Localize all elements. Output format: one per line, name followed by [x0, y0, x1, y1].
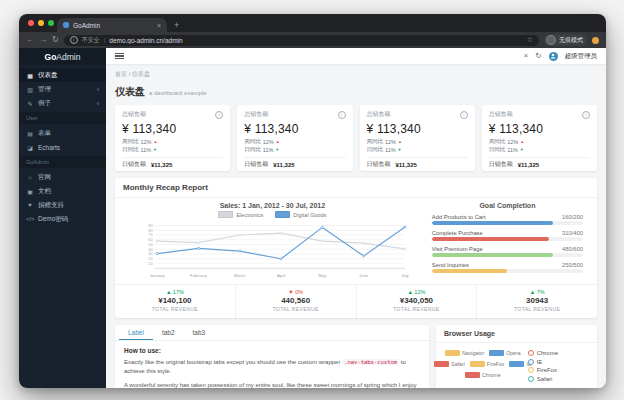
sidebar-item-label: 表单	[38, 129, 51, 138]
user-name[interactable]: 超级管理员	[565, 52, 598, 61]
sidebar-item-label: 捐赠支持	[38, 201, 64, 210]
sidebar-item-dashboard[interactable]: ▦ 仪表盘	[19, 68, 106, 82]
goal-value: 160/200	[562, 214, 583, 220]
stat-card-value: ¥ 113,340	[367, 122, 468, 136]
pie-chip	[445, 350, 460, 356]
security-label[interactable]: 不安全	[82, 36, 100, 45]
browser-menu-update-icon[interactable]	[592, 37, 599, 44]
browser-toolbar: ← → ↻ i 不安全 | demo.go-admin.cn/admin ☆ 无…	[19, 32, 606, 48]
stat-cards-row: 总销售额i ¥ 113,340 周同比12%▲ 日同比11%▼ 日销售额¥11,…	[115, 105, 597, 171]
reload-icon[interactable]: ↻	[52, 36, 59, 44]
sidebar-section-user: User	[19, 112, 106, 124]
breadcrumb[interactable]: 首页 / 仪表盘	[115, 70, 597, 79]
refresh-icon[interactable]: ↻	[535, 52, 541, 60]
progress-fill	[432, 253, 553, 257]
browser-usage-pie-labels: Navigator Opera Safari FireFox IE Chrome	[441, 350, 525, 384]
info-icon[interactable]: i	[582, 111, 590, 119]
sidebar-item-admin[interactable]: ▥ 管理 ‹	[19, 82, 106, 96]
main-area: × ↻ 超级管理员 首页 / 仪表盘 仪表盘a dashboard exampl…	[106, 48, 606, 388]
breadcrumb-home[interactable]: 首页	[115, 71, 127, 77]
code-icon: </>	[26, 216, 34, 222]
address-bar[interactable]: i 不安全 | demo.go-admin.cn/admin ☆	[64, 35, 539, 46]
stat-card-title: 总销售额	[489, 110, 513, 119]
close-window-button[interactable]	[28, 20, 34, 26]
revenue-pct: ▲ 17%	[115, 289, 235, 295]
stat-card: 总销售额i ¥ 113,340 周同比12%▲ 日同比11%▼ 日销售额¥11,…	[115, 105, 230, 171]
browser-tab[interactable]: GoAdmin ×	[57, 18, 167, 32]
progress-track	[432, 221, 583, 225]
stat-card-title: 总销售额	[244, 110, 268, 119]
week-compare-pct: 12%	[141, 139, 152, 145]
goal-completion-panel: Goal Completion Add Products to Cart160/…	[424, 202, 591, 282]
bookmark-star-icon[interactable]: ☆	[527, 36, 533, 44]
arrow-down-icon: ▼	[398, 147, 402, 152]
sidebar-item-docs[interactable]: ▣ 文档	[19, 184, 106, 198]
arrow-down-icon: ▼	[275, 147, 279, 152]
back-icon[interactable]: ←	[26, 36, 34, 44]
sidebar-item-donate[interactable]: ♥ 捐赠支持	[19, 198, 106, 212]
how-to-use-heading: How to use:	[124, 346, 420, 356]
revenue-pct: ▲ 12%	[357, 289, 477, 295]
browser-usage-legend: Chrome IE FireFox Safari	[528, 350, 592, 384]
sidebar-item-label: 管理	[38, 85, 51, 94]
tab-paragraph-2: A wonderful serenity has taken possessio…	[124, 381, 420, 388]
legend-label: Digital Goods	[293, 212, 326, 218]
tab-body: How to use: Exactly like the original bo…	[115, 341, 429, 388]
svg-text:May: May	[318, 273, 327, 278]
sidebar-item-website[interactable]: ⌂ 官网	[19, 170, 106, 184]
pie-chip	[509, 361, 524, 367]
legend-chip-electronics	[218, 211, 233, 218]
arrow-up-icon: ▲	[398, 139, 402, 144]
hamburger-menu-icon[interactable]	[115, 53, 124, 60]
sidebar-item-label: 仪表盘	[38, 71, 58, 80]
stat-card: 总销售额i ¥ 113,340 周同比12%▲ 日同比11%▼ 日销售额¥11,…	[360, 105, 475, 171]
example-icon: ✎	[26, 100, 34, 107]
sidebar-item-example[interactable]: ✎ 例子 ‹	[19, 96, 106, 110]
goal-label: Complete Purchase	[432, 230, 483, 236]
legend-ring-icon	[528, 359, 534, 365]
close-icon[interactable]: ×	[524, 52, 528, 60]
zoom-window-button[interactable]	[48, 20, 54, 26]
browser-profile-chip[interactable]: 无痕模式	[544, 34, 587, 46]
revenue-col: ▲ 12% ¥340,050 TOTAL REVENUE	[357, 285, 478, 318]
minimize-window-button[interactable]	[38, 20, 44, 26]
sidebar-item-echarts[interactable]: ◪ Echarts	[19, 140, 106, 154]
info-icon[interactable]: i	[338, 111, 346, 119]
user-avatar[interactable]	[549, 52, 558, 61]
close-tab-icon[interactable]: ×	[157, 22, 161, 29]
stat-card-value: ¥ 113,340	[122, 122, 223, 136]
goal-label: Visit Premium Page	[432, 246, 483, 252]
donate-icon: ♥	[26, 202, 34, 208]
svg-text:January: January	[150, 273, 166, 278]
new-tab-button[interactable]: +	[174, 20, 179, 30]
sidebar-item-form[interactable]: ▤ 表单	[19, 126, 106, 140]
site-info-icon[interactable]: i	[70, 36, 78, 44]
page-subtitle: a dashboard example	[149, 90, 207, 96]
tab-tab2[interactable]: tab2	[153, 325, 184, 340]
profile-label: 无痕模式	[559, 36, 583, 45]
macos-traffic-lights[interactable]	[28, 20, 54, 26]
tab-label[interactable]: Label	[119, 325, 153, 340]
pie-chip	[434, 361, 449, 367]
url-text[interactable]: demo.go-admin.cn/admin	[109, 37, 522, 44]
info-icon[interactable]: i	[215, 111, 223, 119]
brand-logo[interactable]: GoAdmin	[19, 48, 106, 65]
legend-ring-icon	[528, 376, 534, 382]
sidebar-item-label: 文档	[38, 187, 51, 196]
revenue-pct: ▲ 7%	[477, 289, 597, 295]
forward-icon[interactable]: →	[39, 36, 47, 44]
tab-tab3[interactable]: tab3	[184, 325, 215, 340]
chevron-left-icon: ‹	[97, 100, 99, 107]
arrow-down-icon: ▼	[153, 147, 157, 152]
svg-text:70: 70	[148, 232, 153, 237]
sidebar-item-demo-password[interactable]: </> Demo密码	[19, 212, 106, 226]
goal-value: 310/400	[562, 230, 583, 236]
svg-text:40: 40	[148, 247, 153, 252]
sales-line-chart: 102030405060708090JanuaryFebruaryMarchAp…	[125, 218, 420, 282]
sales-chart-column: Sales: 1 Jan, 2012 - 30 Jul, 2012 Electr…	[121, 202, 424, 282]
brand-bold: Go	[45, 52, 57, 62]
browser-usage-card: Browser Usage Navigator Opera Safari Fir…	[436, 325, 597, 388]
code-snippet: .nav-tabs-custom	[342, 359, 399, 365]
info-icon[interactable]: i	[460, 111, 468, 119]
goal-completion-title: Goal Completion	[432, 202, 583, 209]
